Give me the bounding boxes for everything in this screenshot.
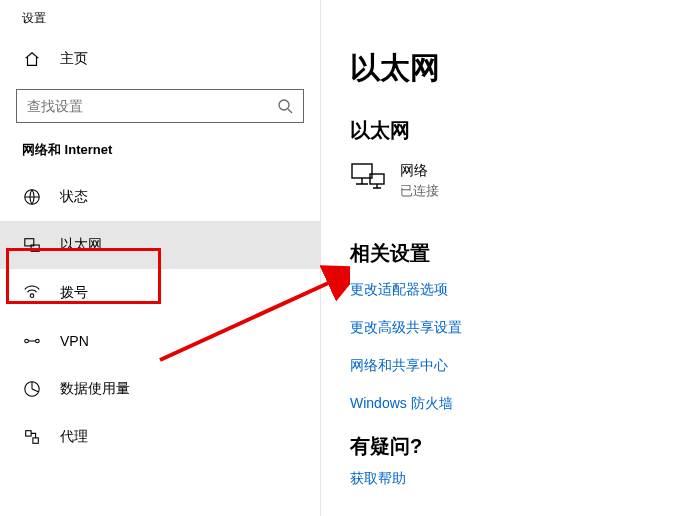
svg-point-4 xyxy=(30,294,34,298)
network-status: 已连接 xyxy=(400,182,439,200)
nav-label: 数据使用量 xyxy=(60,380,130,398)
help-links: 获取帮助 xyxy=(350,470,698,488)
svg-rect-10 xyxy=(352,164,372,178)
proxy-icon xyxy=(22,427,42,447)
search-box[interactable] xyxy=(16,89,304,123)
network-icon xyxy=(350,162,386,190)
link-windows-firewall[interactable]: Windows 防火墙 xyxy=(350,395,698,413)
nav-label: VPN xyxy=(60,333,89,349)
svg-point-5 xyxy=(25,339,29,343)
nav-item-proxy[interactable]: 代理 xyxy=(0,413,320,461)
nav-item-dialup[interactable]: 拨号 xyxy=(0,269,320,317)
svg-point-0 xyxy=(279,100,289,110)
ethernet-icon xyxy=(22,235,42,255)
dialup-icon xyxy=(22,283,42,303)
nav-label: 状态 xyxy=(60,188,88,206)
window-title: 设置 xyxy=(0,10,320,39)
link-advanced-sharing[interactable]: 更改高级共享设置 xyxy=(350,319,698,337)
home-label: 主页 xyxy=(60,50,88,68)
nav-label: 以太网 xyxy=(60,236,102,254)
link-get-help[interactable]: 获取帮助 xyxy=(350,470,698,488)
section-subtitle: 以太网 xyxy=(350,117,698,144)
nav-item-datausage[interactable]: 数据使用量 xyxy=(0,365,320,413)
nav-item-vpn[interactable]: VPN xyxy=(0,317,320,365)
question-title: 有疑问? xyxy=(350,433,698,460)
category-header: 网络和 Internet xyxy=(0,141,320,173)
related-links: 更改适配器选项 更改高级共享设置 网络和共享中心 Windows 防火墙 xyxy=(350,281,698,413)
nav-item-ethernet[interactable]: 以太网 xyxy=(0,221,320,269)
nav-list: 状态 以太网 拨号 xyxy=(0,173,320,461)
search-icon xyxy=(277,98,293,114)
main-content: 以太网 以太网 网络 已连接 相关设置 更改适配器选项 更改高级共享设置 网络和… xyxy=(320,0,698,516)
home-button[interactable]: 主页 xyxy=(0,39,320,79)
related-settings-title: 相关设置 xyxy=(350,240,698,267)
link-network-sharing-center[interactable]: 网络和共享中心 xyxy=(350,357,698,375)
status-icon xyxy=(22,187,42,207)
search-input[interactable] xyxy=(27,98,277,114)
network-name: 网络 xyxy=(400,162,439,180)
nav-label: 拨号 xyxy=(60,284,88,302)
svg-point-6 xyxy=(36,339,40,343)
nav-item-status[interactable]: 状态 xyxy=(0,173,320,221)
datausage-icon xyxy=(22,379,42,399)
page-title: 以太网 xyxy=(350,48,698,89)
vpn-icon xyxy=(22,331,42,351)
link-adapter-options[interactable]: 更改适配器选项 xyxy=(350,281,698,299)
network-card[interactable]: 网络 已连接 xyxy=(350,162,698,200)
svg-rect-8 xyxy=(26,431,31,436)
nav-label: 代理 xyxy=(60,428,88,446)
svg-rect-9 xyxy=(33,438,38,443)
network-text: 网络 已连接 xyxy=(400,162,439,200)
home-icon xyxy=(22,49,42,69)
sidebar: 设置 主页 网络和 Internet xyxy=(0,0,320,516)
